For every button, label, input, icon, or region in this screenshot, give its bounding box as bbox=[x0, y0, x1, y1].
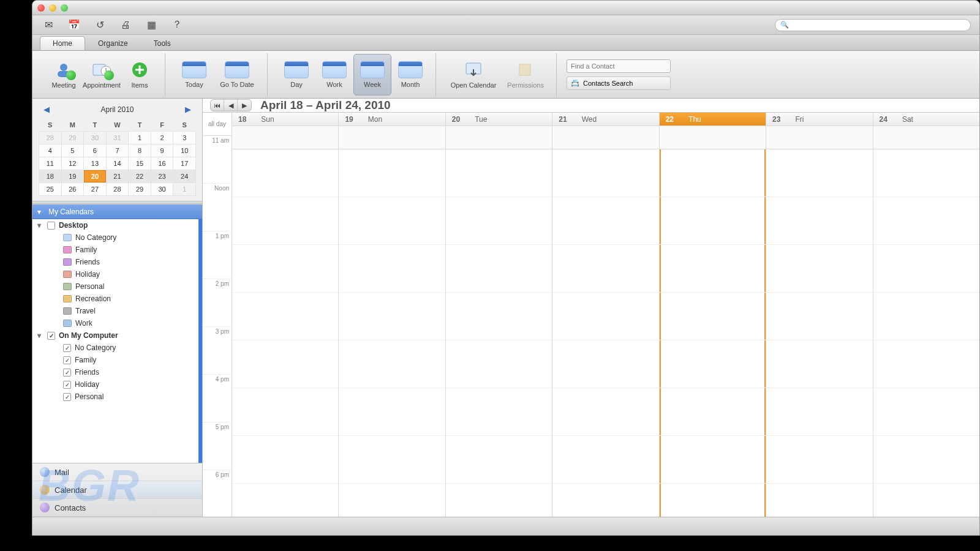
nav-calendar[interactable]: Calendar bbox=[32, 481, 202, 499]
my-calendars-header[interactable]: ▾ My Calendars bbox=[32, 204, 202, 219]
calendar-group[interactable]: ▾✓On My Computer bbox=[32, 329, 198, 342]
day-column[interactable]: 24Sat bbox=[873, 113, 979, 531]
minical-day[interactable]: 1 bbox=[173, 183, 196, 196]
minical-day[interactable]: 7 bbox=[106, 144, 129, 157]
calendar-group[interactable]: ▾Desktop bbox=[32, 219, 198, 231]
checkbox[interactable]: ✓ bbox=[47, 332, 55, 340]
minical-day[interactable]: 15 bbox=[129, 157, 151, 170]
minical-day[interactable]: 17 bbox=[173, 157, 196, 170]
minical-day[interactable]: 21 bbox=[106, 170, 129, 183]
day-column[interactable]: 19Mon bbox=[339, 113, 445, 531]
time-slot[interactable] bbox=[339, 197, 445, 245]
time-slot[interactable] bbox=[660, 149, 766, 197]
checkbox[interactable]: ✓ bbox=[63, 393, 71, 401]
allday-cell[interactable] bbox=[873, 126, 979, 149]
allday-cell[interactable] bbox=[552, 126, 658, 149]
minical-day[interactable]: 31 bbox=[106, 132, 129, 144]
time-slot[interactable] bbox=[232, 245, 338, 293]
permissions-button[interactable]: Permissions bbox=[501, 54, 550, 96]
global-search[interactable]: 🔍 bbox=[775, 19, 971, 31]
time-slot[interactable] bbox=[873, 340, 979, 388]
next-button[interactable]: ▶ bbox=[238, 100, 251, 111]
minical-day[interactable]: 8 bbox=[129, 144, 151, 157]
minical-day[interactable]: 1 bbox=[129, 132, 151, 144]
appointment-button[interactable]: Appointment bbox=[83, 54, 121, 96]
minical-day[interactable]: 30 bbox=[84, 132, 107, 144]
calendar-item[interactable]: ✓Family bbox=[32, 354, 198, 366]
minical-day[interactable]: 29 bbox=[61, 132, 84, 144]
work-view-button[interactable]: Work bbox=[315, 54, 353, 96]
calendar-item[interactable]: ✓Friends bbox=[32, 366, 198, 378]
allday-cell[interactable] bbox=[446, 126, 552, 149]
time-slot[interactable] bbox=[766, 436, 872, 484]
time-slot[interactable] bbox=[446, 340, 552, 388]
toolbox-icon[interactable]: ▦ bbox=[144, 18, 159, 32]
minical-day[interactable]: 13 bbox=[84, 157, 107, 170]
minical-day[interactable]: 9 bbox=[151, 144, 173, 157]
meeting-button[interactable]: Meeting bbox=[45, 54, 83, 96]
time-slot[interactable] bbox=[339, 388, 445, 436]
day-column[interactable]: 23Fri bbox=[766, 113, 873, 531]
minical-day[interactable]: 16 bbox=[151, 157, 173, 170]
nav-contacts[interactable]: Contacts bbox=[32, 499, 202, 517]
time-slot[interactable] bbox=[232, 149, 338, 197]
time-slot[interactable] bbox=[552, 436, 658, 484]
time-slot[interactable] bbox=[660, 436, 766, 484]
allday-cell[interactable] bbox=[766, 126, 872, 149]
time-slot[interactable] bbox=[660, 293, 766, 340]
calendar-item[interactable]: ✓Personal bbox=[32, 391, 198, 403]
time-slot[interactable] bbox=[766, 197, 872, 245]
time-slot[interactable] bbox=[766, 293, 872, 340]
month-view-button[interactable]: Month bbox=[391, 54, 429, 96]
minical-day[interactable]: 28 bbox=[106, 183, 129, 196]
time-slot[interactable] bbox=[232, 436, 338, 484]
calendar-item[interactable]: Holiday bbox=[32, 268, 198, 280]
time-slot[interactable] bbox=[660, 197, 766, 245]
time-slot[interactable] bbox=[552, 388, 658, 436]
calendar-item[interactable]: Family bbox=[32, 244, 198, 256]
minical-day[interactable]: 11 bbox=[39, 157, 62, 170]
allday-cell[interactable] bbox=[660, 126, 766, 149]
time-slot[interactable] bbox=[873, 197, 979, 245]
minical-day[interactable]: 20 bbox=[84, 170, 107, 183]
time-slot[interactable] bbox=[766, 340, 872, 388]
time-slot[interactable] bbox=[660, 340, 766, 388]
sync-icon[interactable]: ↺ bbox=[92, 18, 107, 32]
time-slot[interactable] bbox=[552, 149, 658, 197]
tab-organize[interactable]: Organize bbox=[85, 36, 141, 50]
calendar-item[interactable]: Personal bbox=[32, 280, 198, 293]
calendar-item[interactable]: Travel bbox=[32, 305, 198, 317]
time-slot[interactable] bbox=[660, 245, 766, 293]
minical-day[interactable]: 24 bbox=[173, 170, 196, 183]
minical-day[interactable]: 25 bbox=[39, 183, 62, 196]
minical-day[interactable]: 4 bbox=[39, 144, 62, 157]
day-column[interactable]: 22Thu bbox=[660, 113, 766, 531]
prev-button[interactable]: ◀ bbox=[224, 100, 238, 111]
minical-day[interactable]: 29 bbox=[129, 183, 151, 196]
minical-day[interactable]: 10 bbox=[173, 144, 196, 157]
time-slot[interactable] bbox=[339, 149, 445, 197]
time-slot[interactable] bbox=[339, 436, 445, 484]
time-slot[interactable] bbox=[446, 388, 552, 436]
time-slot[interactable] bbox=[873, 149, 979, 197]
checkbox[interactable]: ✓ bbox=[63, 381, 71, 389]
time-slot[interactable] bbox=[873, 388, 979, 436]
checkbox[interactable]: ✓ bbox=[63, 356, 71, 364]
minical-day[interactable]: 27 bbox=[84, 183, 107, 196]
calendar-item[interactable]: ✓No Category bbox=[32, 342, 198, 354]
zoom-window-button[interactable] bbox=[61, 4, 68, 12]
minical-day[interactable]: 2 bbox=[151, 132, 173, 144]
time-slot[interactable] bbox=[232, 340, 338, 388]
minimize-window-button[interactable] bbox=[49, 4, 56, 12]
today-button[interactable]: Today bbox=[175, 54, 213, 96]
send-receive-icon[interactable]: ✉︎ bbox=[41, 18, 56, 32]
calendar-item[interactable]: Recreation bbox=[32, 293, 198, 305]
print-icon[interactable]: 🖨 bbox=[118, 18, 133, 32]
day-column[interactable]: 18Sun bbox=[232, 113, 339, 531]
time-slot[interactable] bbox=[873, 293, 979, 340]
time-slot[interactable] bbox=[446, 149, 552, 197]
minical-day[interactable]: 5 bbox=[61, 144, 84, 157]
day-view-button[interactable]: Day bbox=[277, 54, 315, 96]
day-column[interactable]: 21Wed bbox=[552, 113, 659, 531]
time-slot[interactable] bbox=[232, 293, 338, 340]
